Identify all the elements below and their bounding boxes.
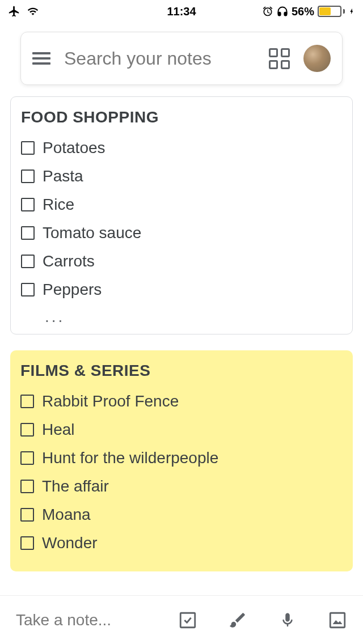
checkbox-icon[interactable] <box>20 536 34 550</box>
checklist-item-text: Peppers <box>43 281 102 299</box>
checkbox-icon[interactable] <box>21 141 35 155</box>
search-input[interactable]: Search your notes <box>64 48 255 69</box>
battery-icon <box>318 6 345 17</box>
svg-rect-0 <box>180 613 195 628</box>
checklist-item-text: Hunt for the wilderpeople <box>42 449 218 467</box>
checklist-item[interactable]: Potatoes <box>21 139 342 157</box>
checklist-item[interactable]: Rabbit Proof Fence <box>20 392 343 410</box>
checkbox-icon[interactable] <box>21 283 35 296</box>
checkbox-icon[interactable] <box>21 255 35 268</box>
checkbox-icon[interactable] <box>20 508 34 522</box>
note-card[interactable]: FILMS & SERIESRabbit Proof FenceHealHunt… <box>10 350 353 571</box>
new-list-icon[interactable] <box>178 611 197 630</box>
alarm-icon <box>262 6 273 17</box>
checkbox-icon[interactable] <box>20 423 34 437</box>
checklist-item-text: Wonder <box>42 534 98 552</box>
checklist-item[interactable]: Tomato sauce <box>21 224 342 242</box>
new-drawing-icon[interactable] <box>228 611 247 630</box>
note-title: FILMS & SERIES <box>20 362 343 380</box>
avatar[interactable] <box>303 45 331 72</box>
charging-icon <box>348 6 355 17</box>
search-container: Search your notes <box>20 32 343 85</box>
checklist-item[interactable]: The affair <box>20 477 343 495</box>
notes-list: FOOD SHOPPINGPotatoesPastaRiceTomato sau… <box>0 96 363 571</box>
more-items-ellipsis: ... <box>45 309 342 325</box>
checklist-item[interactable]: Heal <box>20 421 343 439</box>
checklist-item[interactable]: Pasta <box>21 167 342 185</box>
note-title: FOOD SHOPPING <box>21 108 342 126</box>
checklist-item-text: Rice <box>43 196 74 214</box>
checklist-item-text: Carrots <box>43 252 95 270</box>
headphones-icon <box>277 6 288 17</box>
checklist-item-text: The affair <box>42 477 109 495</box>
new-image-icon[interactable] <box>328 611 347 630</box>
checklist-item-text: Heal <box>42 421 75 439</box>
checklist-item-text: Rabbit Proof Fence <box>42 392 179 410</box>
checkbox-icon[interactable] <box>20 480 34 493</box>
svg-rect-1 <box>330 613 345 628</box>
bottom-bar: Take a note... <box>0 595 363 644</box>
take-note-input[interactable]: Take a note... <box>16 611 151 629</box>
checkbox-icon[interactable] <box>20 395 34 408</box>
checkbox-icon[interactable] <box>21 226 35 240</box>
checkbox-icon[interactable] <box>20 451 34 465</box>
checklist-item-text: Potatoes <box>43 139 105 157</box>
wifi-icon <box>26 6 40 17</box>
grid-view-icon[interactable] <box>269 48 290 69</box>
new-voice-icon[interactable] <box>278 611 297 630</box>
checklist-item[interactable]: Moana <box>20 506 343 524</box>
status-right: 56% <box>262 5 355 18</box>
checkbox-icon[interactable] <box>21 198 35 211</box>
status-time: 11:34 <box>167 5 196 18</box>
search-bar[interactable]: Search your notes <box>20 32 343 85</box>
status-bar: 11:34 56% <box>0 0 363 23</box>
checklist-item[interactable]: Hunt for the wilderpeople <box>20 449 343 467</box>
battery-percent: 56% <box>292 5 314 18</box>
checkbox-icon[interactable] <box>21 170 35 183</box>
checklist-item-text: Moana <box>42 506 91 524</box>
checklist-item[interactable]: Peppers <box>21 281 342 299</box>
checklist-item-text: Pasta <box>43 167 83 185</box>
airplane-mode-icon <box>8 5 20 18</box>
checklist-item-text: Tomato sauce <box>43 224 141 242</box>
bottom-icons <box>178 611 347 630</box>
note-card[interactable]: FOOD SHOPPINGPotatoesPastaRiceTomato sau… <box>10 96 353 334</box>
checklist-item[interactable]: Carrots <box>21 252 342 270</box>
status-left <box>8 5 40 18</box>
hamburger-menu-icon[interactable] <box>32 52 50 65</box>
checklist-item[interactable]: Wonder <box>20 534 343 552</box>
checklist-item[interactable]: Rice <box>21 196 342 214</box>
